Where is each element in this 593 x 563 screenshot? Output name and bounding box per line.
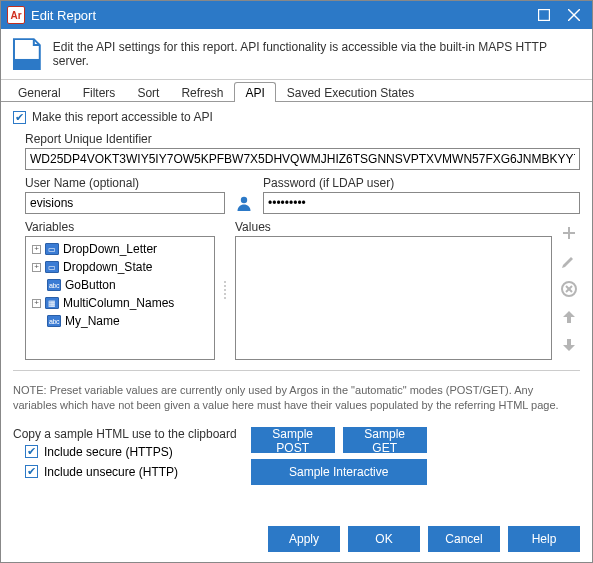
password-input[interactable] xyxy=(263,192,580,214)
svg-rect-0 xyxy=(539,10,550,21)
edit-value-button[interactable] xyxy=(558,250,580,272)
include-https-row: ✔ Include secure (HTTPS) xyxy=(25,445,237,459)
var-name: My_Name xyxy=(65,314,120,328)
var-name: MultiColumn_Names xyxy=(63,296,174,310)
move-down-button[interactable] xyxy=(558,334,580,356)
values-label: Values xyxy=(235,220,552,234)
user-icon xyxy=(235,176,253,214)
copy-sample-label: Copy a sample HTML use to the clipboard xyxy=(13,427,237,441)
sample-get-button[interactable]: Sample GET xyxy=(343,427,427,453)
include-https-checkbox[interactable]: ✔ xyxy=(25,445,38,458)
maximize-icon[interactable] xyxy=(538,9,550,21)
api-pane: ✔ Make this report accessible to API Rep… xyxy=(1,102,592,516)
text-var-icon: abc xyxy=(47,315,61,327)
splitter-grip[interactable] xyxy=(221,220,229,360)
tab-strip: General Filters Sort Refresh API Saved E… xyxy=(1,80,592,102)
delete-value-button[interactable] xyxy=(558,278,580,300)
svg-rect-3 xyxy=(14,59,40,69)
tab-api[interactable]: API xyxy=(234,82,275,102)
tab-general[interactable]: General xyxy=(7,82,72,102)
edit-report-window: Ar Edit Report Edit the API settings for… xyxy=(0,0,593,563)
ok-button[interactable]: OK xyxy=(348,526,420,552)
tree-node[interactable]: abcMy_Name xyxy=(30,313,210,329)
tree-node[interactable]: abcGoButton xyxy=(30,277,210,293)
titlebar: Ar Edit Report xyxy=(1,1,592,29)
close-icon[interactable] xyxy=(568,9,580,21)
expand-icon[interactable]: + xyxy=(32,245,41,254)
tree-node[interactable]: +▦MultiColumn_Names xyxy=(30,295,210,311)
value-side-buttons xyxy=(558,220,580,360)
add-value-button[interactable] xyxy=(558,222,580,244)
tree-node[interactable]: +▭Dropdown_State xyxy=(30,259,210,275)
note-text: NOTE: Preset variable values are current… xyxy=(13,383,580,413)
enable-api-checkbox[interactable]: ✔ xyxy=(13,111,26,124)
tab-saved-execution-states[interactable]: Saved Execution States xyxy=(276,82,425,102)
include-http-label: Include unsecure (HTTP) xyxy=(44,465,178,479)
multicol-icon: ▦ xyxy=(45,297,59,309)
dropdown-icon: ▭ xyxy=(45,261,59,273)
enable-api-label: Make this report accessible to API xyxy=(32,110,213,124)
dropdown-icon: ▭ xyxy=(45,243,59,255)
app-icon: Ar xyxy=(7,6,25,24)
include-http-row: ✔ Include unsecure (HTTP) xyxy=(25,465,237,479)
var-name: Dropdown_State xyxy=(63,260,152,274)
values-list[interactable] xyxy=(235,236,552,360)
expand-icon[interactable]: + xyxy=(32,299,41,308)
expand-icon[interactable]: + xyxy=(32,263,41,272)
text-var-icon: abc xyxy=(47,279,61,291)
ruid-input[interactable] xyxy=(25,148,580,170)
variables-label: Variables xyxy=(25,220,215,234)
variables-tree[interactable]: +▭DropDown_Letter +▭Dropdown_State abcGo… xyxy=(25,236,215,360)
help-button[interactable]: Help xyxy=(508,526,580,552)
enable-api-row: ✔ Make this report accessible to API xyxy=(13,110,580,124)
var-name: DropDown_Letter xyxy=(63,242,157,256)
tab-filters[interactable]: Filters xyxy=(72,82,127,102)
username-label: User Name (optional) xyxy=(25,176,225,190)
var-name: GoButton xyxy=(65,278,116,292)
sample-post-button[interactable]: Sample POST xyxy=(251,427,335,453)
tree-node[interactable]: +▭DropDown_Letter xyxy=(30,241,210,257)
svg-rect-6 xyxy=(563,232,575,234)
password-label: Password (if LDAP user) xyxy=(263,176,580,190)
move-up-button[interactable] xyxy=(558,306,580,328)
banner: Edit the API settings for this report. A… xyxy=(1,29,592,80)
username-input[interactable] xyxy=(25,192,225,214)
banner-text: Edit the API settings for this report. A… xyxy=(53,40,582,68)
window-title: Edit Report xyxy=(31,8,538,23)
include-http-checkbox[interactable]: ✔ xyxy=(25,465,38,478)
svg-point-4 xyxy=(241,197,247,203)
ruid-label: Report Unique Identifier xyxy=(25,132,580,146)
tab-sort[interactable]: Sort xyxy=(126,82,170,102)
sample-interactive-button[interactable]: Sample Interactive xyxy=(251,459,427,485)
report-icon xyxy=(11,37,45,71)
include-https-label: Include secure (HTTPS) xyxy=(44,445,173,459)
tab-refresh[interactable]: Refresh xyxy=(170,82,234,102)
dialog-footer: Apply OK Cancel Help xyxy=(1,516,592,562)
cancel-button[interactable]: Cancel xyxy=(428,526,500,552)
apply-button[interactable]: Apply xyxy=(268,526,340,552)
